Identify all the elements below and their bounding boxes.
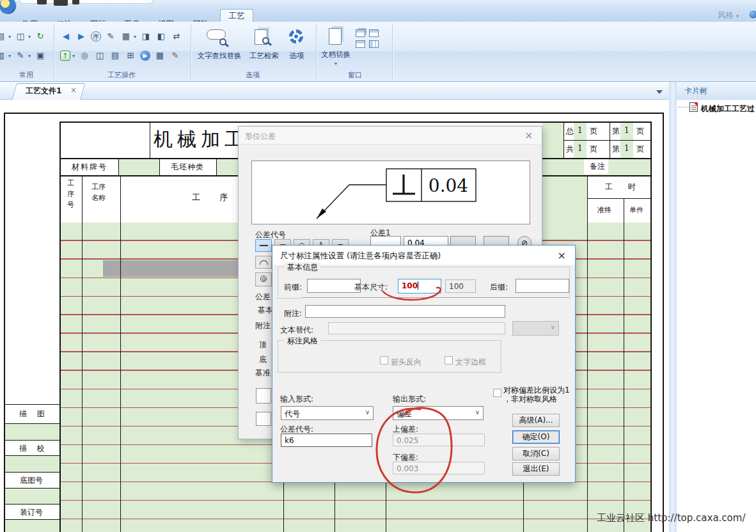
process-search-icon (253, 27, 275, 50)
tolerance-code-input[interactable]: k6 (281, 434, 372, 447)
cancel-button[interactable]: 取消(C) (512, 447, 560, 460)
dialog-title: 形位公差 (245, 131, 276, 142)
output-form-select[interactable]: 偏差∨ (393, 406, 484, 420)
blank-type-label: 毛坯种类 (171, 162, 204, 173)
chevron-down-icon: ▾ (335, 61, 337, 66)
document-tab-label[interactable]: 工艺文件1 (26, 86, 61, 97)
tolerance-frame-graphic: 0.04 (252, 161, 531, 225)
import-doc-icon[interactable] (155, 31, 167, 42)
ok-button[interactable]: 确定(O) (512, 430, 560, 444)
brush-icon[interactable] (169, 50, 181, 61)
suffix-label: 后缀: (490, 282, 508, 293)
doc-switch-icon (327, 27, 344, 49)
panel-splitter[interactable] (669, 82, 677, 532)
process-card-icon (689, 102, 698, 112)
tile-horizontal-icon[interactable] (369, 29, 379, 37)
qat-icon-fragment (72, 0, 79, 4)
note-input[interactable] (305, 305, 505, 318)
lower-dev-field: 0.003 (393, 462, 485, 474)
mobile-sync-icon[interactable] (94, 50, 106, 61)
symbol-concentricity-button[interactable] (255, 272, 272, 286)
chevron-down-icon: ∨ (551, 324, 555, 331)
card-tree-header: 卡片树 (677, 82, 756, 100)
dimension-properties-dialog: 尺寸标注属性设置 (请注意各项内容是否正确) × 基本信息 前缀: 基本尺寸: … (272, 245, 576, 483)
process-search-button[interactable]: 工艺检索 (246, 27, 282, 61)
ribbon-tab-gongyi-active[interactable]: 工艺 (220, 9, 253, 22)
text-frame-checkbox[interactable] (445, 356, 453, 364)
export-doc-icon[interactable] (140, 31, 152, 42)
text-replace-label: 文本替代: (280, 325, 313, 336)
qat-icon-fragment (37, 0, 47, 4)
close-tab-icon[interactable]: × (70, 86, 77, 95)
document-tab-bar (0, 82, 669, 100)
card-tree-panel: 卡片树 机械加工工艺过 (677, 82, 756, 532)
sequence-icon[interactable] (91, 31, 101, 42)
clipboard-icon[interactable] (0, 31, 6, 42)
tolerance-value: 0.04 (429, 175, 468, 196)
close-icon[interactable]: × (558, 249, 566, 262)
forward-icon[interactable] (75, 31, 87, 42)
text-replace-dropdown[interactable]: ∨ (512, 321, 559, 336)
tolerance-preview: 0.04 (251, 160, 530, 224)
find-replace-icon (205, 27, 233, 50)
group-label-process-ops: 工艺操作 (77, 70, 166, 80)
symmetric-ratio-checkbox[interactable] (493, 389, 501, 397)
doc-swap-icon[interactable] (109, 50, 121, 61)
import-process-icon[interactable] (60, 51, 70, 61)
basic-dim-input[interactable]: 100 (398, 279, 441, 293)
symbol-arc-button[interactable] (255, 256, 272, 269)
upper-dev-field: 0.025 (393, 434, 485, 446)
monitor-icon[interactable] (35, 50, 46, 61)
arrow-reverse-label: 箭头反向 (391, 357, 421, 368)
symbol-straightness-button[interactable] (255, 239, 272, 252)
input-form-select[interactable]: 代号∨ (281, 406, 374, 420)
prefix-input[interactable] (307, 279, 361, 293)
doc-switch-button[interactable]: 文档切换 ▾ (319, 27, 353, 66)
tree-item-process-card[interactable]: 机械加工工艺过 (701, 104, 755, 114)
datum-field-2[interactable] (256, 412, 271, 426)
fill-card-icon[interactable] (120, 31, 132, 42)
text-replace-input[interactable] (328, 322, 505, 334)
gear-icon (289, 27, 304, 50)
refresh-icon[interactable] (35, 31, 46, 42)
suffix-input[interactable] (516, 279, 569, 293)
group-label-window: 窗口 (320, 70, 390, 80)
ribbon-tab-row: 常用 标注 图幅 工具 视图 帮助 (0, 9, 756, 22)
group-label-options: 选项 (211, 70, 294, 80)
tile-vertical-icon[interactable] (369, 40, 379, 48)
ribbon: ▾ ▾ ▾ ▾ 常用 ▾ ▾ 工艺操作 文字查找替换 (0, 22, 756, 82)
advanced-button[interactable]: 高级(A)... (512, 414, 560, 427)
doc-edit-icon[interactable] (15, 50, 26, 61)
paste-icon[interactable] (0, 50, 6, 61)
chevron-down-icon: ∨ (475, 409, 480, 416)
group-label-common: 常用 (4, 70, 49, 80)
copy-settings-icon[interactable] (79, 50, 90, 61)
material-label: 材料牌号 (72, 162, 107, 173)
qat-icon-fragment (54, 0, 68, 6)
exit-button[interactable]: 退出(E) (512, 462, 560, 476)
note-label: 附注: (284, 308, 302, 319)
tab-list-dropdown-icon[interactable] (656, 90, 663, 94)
text-frame-label: 文字边框 (455, 357, 486, 368)
basic-dim-label: 基本尺寸: (354, 282, 388, 293)
symmetric-ratio-label: 对称偏差比例设为1 ，非对称取风格 (503, 386, 575, 403)
table-edit-icon[interactable] (154, 50, 166, 61)
grid-icon[interactable] (125, 50, 136, 61)
datum-field-1[interactable] (256, 388, 271, 403)
copy-docs-icon[interactable] (15, 31, 26, 42)
swap-icon[interactable] (171, 31, 182, 42)
help-icon[interactable] (748, 10, 756, 19)
style-menu[interactable]: 风格 ▾ (718, 10, 739, 21)
play-icon[interactable] (140, 51, 150, 61)
dialog-title-bar[interactable]: 形位公差 × (239, 127, 542, 145)
back-icon[interactable] (60, 31, 72, 42)
options-button[interactable]: 选项 (284, 27, 310, 61)
find-replace-button[interactable]: 文字查找替换 (193, 27, 246, 61)
cascade-windows-icon[interactable] (356, 29, 365, 37)
close-icon[interactable]: × (524, 130, 533, 141)
chevron-down-icon: ▾ (736, 13, 739, 19)
tile-grid-icon[interactable] (356, 40, 365, 48)
dialog-title: 尺寸标注属性设置 (请注意各项内容是否正确) (280, 251, 441, 262)
edit-card-icon[interactable] (105, 31, 116, 42)
arrow-reverse-checkbox[interactable] (380, 356, 388, 364)
